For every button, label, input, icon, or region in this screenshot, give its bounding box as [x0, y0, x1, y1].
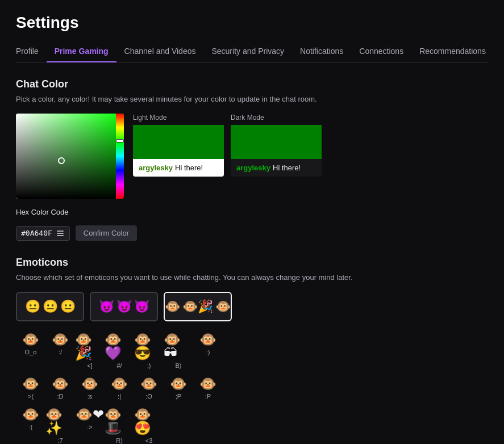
dark-mode-color-bar [231, 125, 322, 159]
preview-columns: Light Mode argylesky Hi there! Dark Mode… [133, 114, 322, 177]
emoticon-emoji: 🐵 [140, 377, 157, 391]
emoticon-twitch-icon2: 😈 [116, 299, 132, 314]
emoticon-code: :> [87, 424, 92, 430]
emoticon-cell: 🐵:( [16, 408, 45, 444]
light-mode-message: Hi there! [175, 164, 203, 172]
emoticon-emoji: 🐵 [52, 333, 69, 346]
emoticon-monkey-icon3: 🐵 [215, 299, 231, 314]
hex-value: #0A640F [21, 229, 52, 237]
nav-item-recommendations[interactable]: Recommendations [411, 41, 494, 62]
nav-item-channel-videos[interactable]: Channel and Videos [116, 41, 204, 62]
emoticon-code: :P [205, 393, 211, 400]
emoticon-cell: 🐵🎉<] [75, 333, 105, 369]
light-mode-chat: argylesky Hi there! [133, 159, 224, 177]
confirm-color-button[interactable]: Confirm Color [76, 225, 137, 241]
emoticon-twitch-icon3: 😈 [134, 299, 149, 314]
emoticon-code: :7 [57, 437, 63, 444]
hue-handle [116, 139, 124, 143]
dark-mode-preview: Dark Mode argylesky Hi there! [231, 114, 322, 177]
hex-copy-icon [56, 229, 65, 238]
emoticon-emoji: 🐵 [22, 333, 39, 346]
emoticon-cell: 🐵:P [193, 377, 223, 400]
emoticon-option-default[interactable]: 😐 😐 😐 [16, 292, 84, 321]
emoticon-code: :/ [59, 349, 62, 355]
emoticon-emoji: 🐵 [111, 377, 128, 391]
emoticon-code: ;) [147, 362, 151, 369]
light-mode-username: argylesky [139, 164, 173, 172]
emoticon-emoji: 🐵 [22, 377, 39, 391]
emoticon-cell: 🐵:/ [45, 333, 75, 369]
emoticon-emoji: 🐵😎 [134, 333, 164, 360]
settings-nav: Profile Prime Gaming Channel and Videos … [16, 41, 488, 62]
hex-label: Hex Color Code [16, 208, 488, 216]
emoticon-default-icon: 😐 [25, 299, 40, 314]
chat-color-title: Chat Color [16, 78, 488, 90]
emoticon-style-options: 😐 😐 😐 😈 😈 😈 🐵 🐵🎉 🐵 [16, 292, 488, 321]
emoticon-twitch-icon: 😈 [99, 299, 114, 314]
emoticon-code: >( [28, 393, 34, 400]
emoticon-code: R) [116, 437, 123, 444]
hue-slider[interactable] [116, 114, 124, 199]
light-mode-label: Light Mode [133, 114, 224, 122]
emoticon-code: O_o [25, 349, 37, 355]
color-picker-row: Light Mode argylesky Hi there! Dark Mode… [16, 114, 488, 199]
emoticon-emoji: 🐵🎩 [105, 408, 134, 435]
nav-item-prime-gaming[interactable]: Prime Gaming [47, 41, 116, 62]
emoticon-code: <] [87, 362, 92, 369]
page-container: Settings Profile Prime Gaming Channel an… [0, 0, 504, 444]
emoticon-cell: 🐵✨:7 [45, 408, 75, 444]
emoticon-emoji: 🐵🎉 [75, 333, 105, 360]
emoticon-cell: 🐵;P [164, 377, 193, 400]
emoticon-emoji: 🐵💜 [105, 333, 134, 360]
emoticon-emoji: 🐵✨ [45, 408, 75, 435]
emoticon-cell: 🐵💜#/ [105, 333, 134, 369]
emoticon-cell: 🐵🕶B) [164, 333, 193, 369]
nav-item-connections[interactable]: Connections [351, 41, 411, 62]
emoticon-cell: 🐵:D [45, 377, 75, 400]
emoticon-default-icon3: 😐 [60, 299, 76, 314]
emoticon-cell: 🐵🎩R) [105, 408, 134, 444]
nav-item-security-privacy[interactable]: Security and Privacy [203, 41, 292, 62]
hex-row: #0A640F Confirm Color [16, 225, 488, 241]
emoticon-cell: 🐵:) [193, 333, 223, 369]
dark-mode-username: argylesky [236, 164, 270, 172]
emoticon-option-twitch[interactable]: 😈 😈 😈 [90, 292, 158, 321]
emoticons-desc: Choose which set of emoticons you want t… [16, 273, 488, 282]
emoticon-emoji: 🐵 [52, 377, 69, 391]
emoticon-cell: 🐵:| [105, 377, 134, 400]
hex-section: Hex Color Code #0A640F Confirm Color [16, 208, 488, 241]
emoticon-code: :) [206, 349, 210, 355]
dark-mode-label: Dark Mode [231, 114, 322, 122]
emoticon-cell: 🐵😎;) [134, 333, 164, 369]
emoticon-code: <3 [145, 437, 153, 444]
emoticon-cell: 🐵>( [16, 377, 45, 400]
color-canvas[interactable] [16, 114, 124, 199]
emoticon-monkey-icon2: 🐵🎉 [182, 299, 213, 314]
emoticon-code: :D [57, 393, 64, 400]
emoticon-default-icon2: 😐 [43, 299, 58, 314]
emoticon-grid: 🐵O_o🐵:/🐵🎉<]🐵💜#/🐵😎;)🐵🕶B)🐵:)🐵>(🐵:D🐵:s🐵:|🐵:… [16, 333, 488, 444]
emoticon-cell: 🐵O_o [16, 333, 45, 369]
emoticons-title: Emoticons [16, 257, 488, 269]
page-title: Settings [16, 14, 488, 32]
emoticon-code: ;P [176, 393, 181, 400]
emoticon-code: :s [88, 393, 93, 400]
emoticons-section: Emoticons Choose which set of emoticons … [16, 257, 488, 444]
emoticon-emoji: 🐵 [199, 377, 216, 391]
emoticon-emoji: 🐵 [22, 408, 39, 421]
light-mode-color-bar [133, 125, 224, 159]
dark-mode-chat: argylesky Hi there! [231, 159, 322, 177]
emoticon-emoji: 🐵❤ [76, 408, 104, 421]
dark-mode-message: Hi there! [273, 164, 301, 172]
nav-item-notifications[interactable]: Notifications [292, 41, 351, 62]
emoticon-cell: 🐵😍<3 [134, 408, 164, 444]
emoticon-cell: 🐵:O [134, 377, 164, 400]
emoticon-code: B) [176, 362, 182, 369]
emoticon-cell: 🐵:s [75, 377, 105, 400]
emoticon-emoji: 🐵🕶 [164, 333, 193, 360]
nav-item-profile[interactable]: Profile [16, 41, 47, 62]
emoticon-code: :O [145, 393, 152, 400]
emoticon-cell: 🐵❤:> [75, 408, 105, 444]
hex-input[interactable]: #0A640F [16, 226, 70, 241]
emoticon-option-monkey[interactable]: 🐵 🐵🎉 🐵 [164, 292, 232, 321]
